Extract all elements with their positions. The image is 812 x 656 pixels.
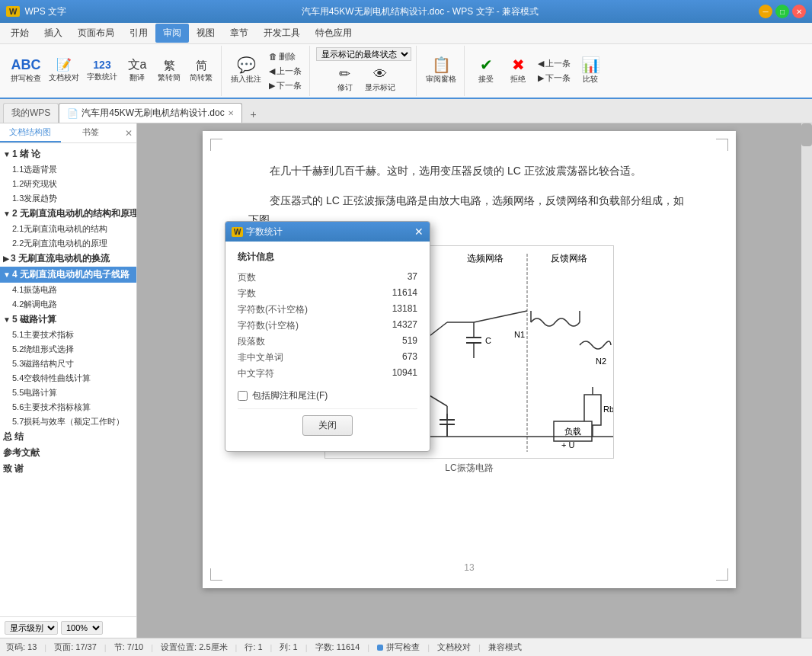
new-tab-button[interactable]: + [245,106,262,123]
reject-button[interactable]: ✖ 拒绝 [503,56,533,86]
sidebar-tab-structure[interactable]: 文档结构图 [0,123,61,142]
inductor-n1 [531,318,580,326]
tree-item[interactable]: 致 谢 [0,461,136,477]
tree-item[interactable]: 5.3磁路结构尺寸 [0,357,136,371]
stat-label-5: 非中文单词 [238,351,283,364]
tree-item[interactable]: ▼ 1 绪 论 [0,146,136,162]
doc-tab-close[interactable]: ✕ [228,109,234,117]
menu-chapter[interactable]: 章节 [222,24,256,43]
dialog-close-btn[interactable]: 关闭 [302,415,353,436]
scrollbar-thumb[interactable] [801,123,812,146]
comment-group: 💬 插入批注 🗑 删除 ◀ 上一条 ▶ 下一条 [223,46,310,96]
tree-item[interactable]: 1.2研究现状 [0,177,136,191]
tree-item[interactable]: 5.7损耗与效率（额定工作时） [0,414,136,429]
comment-row: 💬 插入批注 🗑 删除 ◀ 上一条 ▶ 下一条 [228,50,305,92]
accept-button[interactable]: ✔ 接受 [471,56,501,86]
trad-to-simp-button[interactable]: 繁 繁转簡 [154,58,184,85]
menu-view[interactable]: 视图 [189,24,222,43]
zoom-select[interactable]: 100% [61,621,103,635]
tree-item[interactable]: 1.1选题背景 [0,162,136,177]
dialog-footer: 关闭 [238,408,417,442]
tree-item[interactable]: 5.2绕组形式选择 [0,342,136,357]
compare-button[interactable]: 📊 比较 [575,56,606,86]
menu-features[interactable]: 特色应用 [308,24,360,43]
accept-label: 接受 [478,74,494,85]
prev-change-icon: ◀ [538,59,544,69]
menu-reference[interactable]: 引用 [122,24,155,43]
close-button[interactable]: ✕ [792,5,806,18]
spell-check-icon: ABC [11,58,41,72]
insert-comment-label: 插入批注 [231,74,261,85]
word-count-button[interactable]: 123 字数统计 [84,58,120,84]
show-final-dropdown[interactable]: 显示标记的最终状态 [316,47,411,61]
show-markup-label: 显示标记 [365,82,395,93]
menu-bar: 开始 插入 页面布局 引用 审阅 视图 章节 开发工具 特色应用 [0,23,812,44]
tree-item[interactable]: 5.6主要技术指标核算 [0,400,136,414]
tree-item[interactable]: 5.1主要技术指标 [0,328,136,342]
tree-item-active[interactable]: ▼ 4 无刷直流电动机的电子线路 [0,267,136,283]
tree-item[interactable]: 参考文献 [0,445,136,461]
next-comment-button[interactable]: ▶ 下一条 [266,79,305,92]
prev-comment-button[interactable]: ◀ 上一条 [266,65,305,78]
stat-label-6: 中文字符 [238,367,274,380]
next-change-button[interactable]: ▶ 下一条 [535,72,574,85]
tree-item[interactable]: 1.3发展趋势 [0,191,136,206]
stat-value-4: 519 [402,335,417,348]
insert-comment-button[interactable]: 💬 插入批注 [228,56,264,86]
sidebar-close-button[interactable]: ✕ [121,123,136,142]
menu-dev-tools[interactable]: 开发工具 [256,24,308,43]
compare-label: 比较 [583,74,598,85]
tree-item[interactable]: ▼ 2 无刷直流电动机的结构和原理 [0,206,136,222]
delete-comment-button[interactable]: 🗑 删除 [266,50,305,63]
tree-item[interactable]: 2.1无刷直流电动机的结构 [0,222,136,236]
menu-start[interactable]: 开始 [3,24,37,43]
next-comment-icon: ▶ [269,81,275,91]
app-name-label: WPS 文字 [24,5,66,18]
status-doc-compare[interactable]: 文档校对 [437,642,471,653]
level-select[interactable]: 显示级别 [5,621,58,635]
right-scrollbar[interactable] [801,123,812,638]
tree-item[interactable]: 4.2解调电路 [0,297,136,312]
translate-label: 翻译 [129,72,145,83]
compare-icon: 📊 [581,57,600,72]
maximize-button[interactable]: □ [775,5,789,18]
tree-item[interactable]: ▶ 3 无刷直流电动机的换流 [0,251,136,267]
tree-item[interactable]: 2.2无刷直流电动机的原理 [0,236,136,251]
stat-label-0: 页数 [238,271,256,284]
home-tab[interactable]: 我的WPS [3,103,59,123]
status-wordcount: 字数: 11614 [315,642,360,653]
menu-page-layout[interactable]: 页面布局 [70,24,122,43]
status-col: 列: 1 [280,642,297,653]
show-markup-button[interactable]: 👁 显示标记 [362,66,398,94]
tree-item[interactable]: ▼ 5 磁路计算 [0,312,136,328]
translate-button[interactable]: 文a 翻译 [122,57,152,85]
tree-item[interactable]: 4.1振荡电路 [0,283,136,297]
doc-tab[interactable]: 📄 汽车用45KW无刷电机结构设计.doc ✕ [59,103,241,123]
tree-item[interactable]: 5.4空载特性曲线计算 [0,371,136,386]
simp-to-trad-button[interactable]: 简 简转繁 [186,58,216,85]
status-spell[interactable]: 拼写检查 [377,642,420,653]
next-change-label: 下一条 [545,72,571,84]
tab-bar: 我的WPS 📄 汽车用45KW无刷电机结构设计.doc ✕ + [0,99,812,123]
show-markup-icon: 👁 [373,67,387,81]
footnote-checkbox[interactable] [238,391,248,401]
spell-check-button[interactable]: ABC 拼写检查 [8,56,44,85]
tree-item[interactable]: 5.5电路计算 [0,386,136,400]
page-corner-bl [210,568,222,581]
prev-change-button[interactable]: ◀ 上一条 [535,57,574,70]
sidebar-tab-bookmark[interactable]: 书签 [61,123,122,142]
stat-value-1: 11614 [392,287,417,300]
menu-review[interactable]: 审阅 [155,24,189,43]
dialog-close-button[interactable]: ✕ [414,226,424,238]
footnote-checkbox-label: 包括脚注和尾注(F) [252,389,328,402]
minimize-button[interactable]: ─ [759,5,772,18]
tree-item-label: 致 谢 [3,462,24,475]
window-controls: ─ □ ✕ [759,5,806,18]
review-pane-button[interactable]: 📋 审阅窗格 [423,56,459,86]
doc-compare-button[interactable]: 📝 文档校对 [46,57,82,85]
tree-item[interactable]: 总 结 [0,429,136,445]
tree-item-label: 4.1振荡电路 [12,284,57,296]
track-changes-button[interactable]: ✏ 修订 [330,66,360,94]
tree-item-label: 4.2解调电路 [12,299,57,310]
menu-insert[interactable]: 插入 [37,24,70,43]
